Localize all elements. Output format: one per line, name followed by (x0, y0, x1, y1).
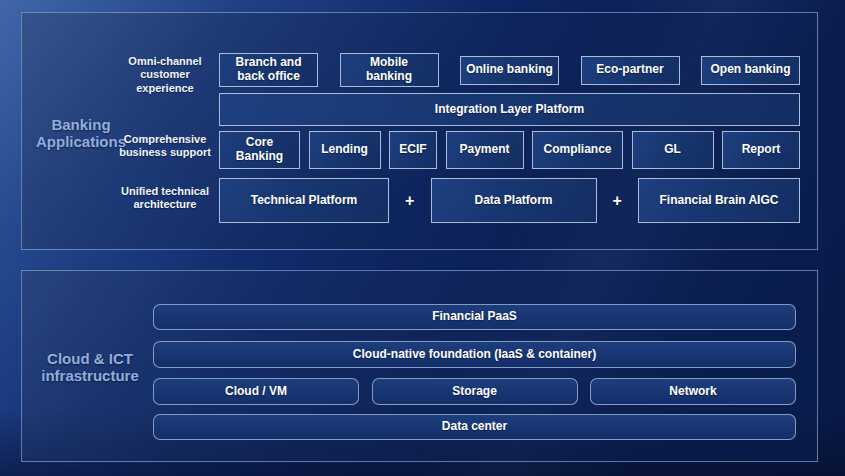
plus-separator: + (389, 178, 431, 223)
box-cloud-native-foundation: Cloud-native foundation (IaaS & containe… (153, 341, 796, 368)
box-core-banking: Core Banking (219, 131, 300, 169)
box-lending: Lending (309, 131, 381, 169)
box-online-banking: Online banking (460, 56, 559, 85)
architecture-boxes-row: Technical Platform + Data Platform + Fin… (219, 178, 800, 223)
box-data-platform: Data Platform (431, 178, 597, 223)
box-payment: Payment (446, 131, 524, 169)
cloud-ict-infrastructure-title: Cloud & ICT infrastructure (34, 351, 146, 385)
cloud-ict-infrastructure-panel: Cloud & ICT infrastructure Financial Paa… (21, 270, 818, 462)
box-report: Report (722, 131, 800, 169)
box-open-banking: Open banking (701, 56, 800, 85)
box-mobile-banking: Mobile banking (340, 53, 439, 87)
financial-paas-row: Financial PaaS (153, 304, 796, 330)
integration-row: Integration Layer Platform (219, 93, 800, 126)
box-branch-and-back-office: Branch and back office (219, 53, 318, 87)
box-integration-layer-platform: Integration Layer Platform (219, 93, 800, 126)
label-omni-channel-customer-experience: Omni-channel customer experience (110, 55, 220, 95)
box-technical-platform: Technical Platform (219, 178, 389, 223)
label-unified-technical-architecture: Unified technical architecture (110, 185, 220, 212)
box-compliance: Compliance (532, 131, 623, 169)
box-financial-brain-aigc: Financial Brain AIGC (638, 178, 800, 223)
label-comprehensive-business-support: Comprehensive business support (110, 133, 220, 160)
box-financial-paas: Financial PaaS (153, 304, 796, 330)
data-center-row: Data center (153, 414, 796, 440)
resources-row: Cloud / VM Storage Network (153, 378, 796, 405)
box-eco-partner: Eco-partner (581, 56, 680, 85)
box-cloud-vm: Cloud / VM (153, 378, 359, 405)
box-data-center: Data center (153, 414, 796, 440)
box-network: Network (590, 378, 796, 405)
box-ecif: ECIF (389, 131, 437, 169)
box-gl: GL (632, 131, 714, 169)
banking-applications-panel: Banking Applications Omni-channel custom… (21, 12, 818, 250)
channel-boxes-row: Branch and back office Mobile banking On… (219, 53, 800, 87)
box-storage: Storage (372, 378, 578, 405)
business-boxes-row: Core Banking Lending ECIF Payment Compli… (219, 131, 800, 169)
cloud-native-foundation-row: Cloud-native foundation (IaaS & containe… (153, 341, 796, 368)
plus-separator: + (597, 178, 639, 223)
banking-architecture-diagram: Banking Applications Omni-channel custom… (0, 0, 845, 476)
